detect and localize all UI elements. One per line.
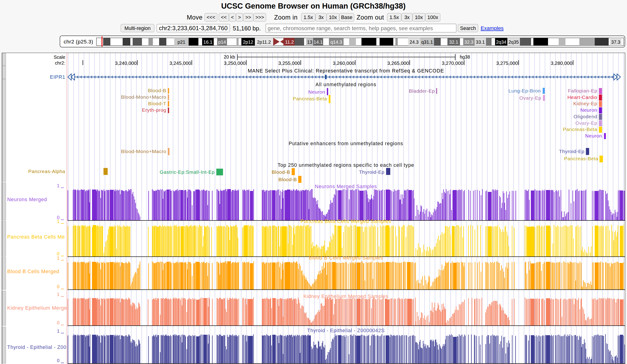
svg-text:Top 250 unmethylated regions s: Top 250 unmethylated regions specific to…: [278, 162, 414, 168]
svg-text:1.5x: 1.5x: [390, 15, 399, 20]
svg-text:Blood-B: Blood-B: [148, 88, 166, 93]
svg-text:>: >: [238, 15, 241, 20]
svg-text:3,260,000: 3,260,000: [333, 60, 355, 66]
svg-text:Lung-Ep-Bron: Lung-Ep-Bron: [509, 88, 541, 93]
svg-text:24.3: 24.3: [410, 40, 418, 45]
svg-text:3x: 3x: [318, 15, 324, 20]
svg-text:Neuron: Neuron: [585, 133, 602, 138]
svg-text:Thyroid-Ep: Thyroid-Ep: [559, 149, 584, 154]
svg-text:Neurons Merged: Neurons Merged: [7, 197, 47, 202]
svg-text:Search: Search: [460, 26, 476, 31]
svg-text:2p11.2: 2p11.2: [257, 40, 271, 45]
svg-text:Pancreas-Alpha: Pancreas-Alpha: [28, 169, 65, 174]
svg-text:Fallopian-Ep: Fallopian-Ep: [568, 88, 597, 93]
svg-text:Blood-B: Blood-B: [271, 169, 290, 175]
svg-text:q14.3: q14.3: [330, 40, 342, 45]
svg-text:0: 0: [57, 320, 59, 325]
svg-text:Kidney Epithelium Merge: Kidney Epithelium Merge: [7, 305, 67, 311]
svg-text:Ovary-Ep: Ovary-Ep: [520, 95, 541, 101]
svg-text:gene, chromosome range, search: gene, chromosome range, search terms, he…: [268, 25, 433, 31]
svg-text:11.2: 11.2: [285, 40, 294, 45]
svg-text:Base: Base: [341, 15, 352, 20]
svg-text:2q35: 2q35: [509, 40, 519, 45]
svg-text:Blood-Mono+Macro: Blood-Mono+Macro: [121, 149, 166, 154]
svg-text:MANE Select Plus Clinical: Rep: MANE Select Plus Clinical: Representativ…: [248, 68, 444, 74]
svg-text:Eryth-prog: Eryth-prog: [142, 107, 166, 113]
svg-text:EIPR1: EIPR1: [50, 74, 65, 80]
svg-text:p21: p21: [177, 40, 185, 45]
svg-text:Blood-T: Blood-T: [148, 101, 166, 106]
svg-text:10x: 10x: [415, 15, 423, 20]
svg-text:Examples: Examples: [481, 25, 504, 31]
svg-text:3,275,000: 3,275,000: [496, 60, 518, 66]
svg-text:<<: <<: [221, 15, 227, 20]
svg-text:p14: p14: [218, 40, 226, 45]
svg-text:3,245,000: 3,245,000: [169, 60, 191, 66]
svg-text:20 kb: 20 kb: [224, 54, 235, 59]
svg-text:chr2:: chr2:: [55, 60, 65, 65]
svg-text:3,255,000: 3,255,000: [278, 60, 300, 66]
svg-text:1: 1: [57, 183, 59, 188]
svg-text:1: 1: [57, 256, 59, 261]
svg-text:37.3: 37.3: [611, 40, 620, 45]
svg-text:1: 1: [57, 328, 59, 334]
svg-text:q31.1: q31.1: [421, 40, 433, 45]
svg-text:Blood-B: Blood-B: [278, 177, 297, 182]
svg-text:<<<: <<<: [207, 15, 215, 20]
svg-text:32.1: 32.1: [449, 40, 458, 45]
svg-text:1: 1: [57, 292, 59, 297]
svg-text:Pancreas-Beta: Pancreas-Beta: [564, 156, 598, 161]
svg-text:Pancreas Beta Cells Me: Pancreas Beta Cells Me: [7, 234, 65, 240]
svg-text:2p12: 2p12: [243, 40, 254, 45]
svg-text:2q34: 2q34: [496, 40, 506, 45]
svg-text:Neuron: Neuron: [308, 89, 325, 95]
svg-text:13: 13: [307, 40, 312, 45]
svg-text:All unmethylated regions: All unmethylated regions: [315, 82, 376, 87]
svg-text:32.3: 32.3: [464, 40, 473, 45]
svg-text:Scale: Scale: [54, 54, 65, 60]
svg-text:0: 0: [57, 358, 59, 363]
svg-text:14.1: 14.1: [314, 40, 323, 45]
svg-text:chr2 (p25.3): chr2 (p25.3): [64, 39, 93, 45]
svg-text:1.5x: 1.5x: [304, 15, 313, 20]
svg-text:Ovary-Ep: Ovary-Ep: [575, 120, 597, 126]
svg-text:3x: 3x: [405, 15, 410, 20]
svg-text:Neuron: Neuron: [580, 107, 597, 113]
svg-text:0: 0: [57, 284, 59, 289]
svg-text:Thyroid-Ep: Thyroid-Ep: [359, 169, 384, 175]
svg-text:Multi-region: Multi-region: [124, 26, 151, 31]
svg-text:Thyroid - Epithelial - Z000004: Thyroid - Epithelial - Z0000042S: [307, 328, 385, 333]
svg-text:10x: 10x: [329, 15, 337, 20]
svg-text:51,160 bp.: 51,160 bp.: [233, 25, 261, 32]
svg-text:Blood-Mono+Macro: Blood-Mono+Macro: [121, 94, 166, 100]
svg-text:Zoom in: Zoom in: [274, 14, 298, 21]
svg-text:16.1: 16.1: [204, 40, 212, 45]
svg-text:Zoom out: Zoom out: [357, 14, 384, 21]
svg-text:Pancreas-Beta: Pancreas-Beta: [563, 127, 597, 132]
svg-text:Kidney-Ep: Kidney-Ep: [573, 101, 597, 106]
svg-text:100x: 100x: [427, 15, 438, 20]
svg-text:Heart-Cardio: Heart-Cardio: [567, 95, 597, 100]
svg-text:>>>: >>>: [255, 15, 264, 20]
svg-text:Move: Move: [187, 14, 203, 21]
svg-text:hg38: hg38: [460, 54, 470, 59]
svg-text:Putative enhancers from unmeth: Putative enhancers from unmethylated reg…: [289, 141, 403, 146]
svg-text:>>: >>: [245, 15, 251, 20]
svg-text:Bladder-Ep: Bladder-Ep: [409, 88, 435, 94]
svg-text:<: <: [231, 15, 234, 20]
svg-text:3,250,000: 3,250,000: [224, 60, 246, 66]
svg-text:Kidney Epithelium Merged Sampl: Kidney Epithelium Merged Samples: [303, 294, 388, 299]
svg-text:Pancreas Beta Cells Merged Sam: Pancreas Beta Cells Merged Samples: [301, 219, 391, 224]
svg-text:Blood B Cells Merged: Blood B Cells Merged: [7, 269, 59, 274]
svg-text:Oligodend: Oligodend: [574, 114, 597, 119]
svg-text:33.1: 33.1: [476, 40, 485, 45]
svg-text:Neurons Merged Samples: Neurons Merged Samples: [315, 184, 377, 189]
svg-text:3,280,000: 3,280,000: [551, 60, 572, 66]
svg-text:3,265,000: 3,265,000: [387, 60, 409, 66]
svg-text:UCSC Genome Browser on Human (: UCSC Genome Browser on Human (GRCh38/hg3…: [221, 2, 406, 10]
svg-text:3,240,000: 3,240,000: [115, 60, 137, 66]
svg-text:Blood B Cells Merged Samples: Blood B Cells Merged Samples: [309, 255, 383, 261]
svg-text:3,270,000: 3,270,000: [442, 60, 463, 66]
svg-text:1: 1: [57, 219, 59, 224]
svg-text:Gastric-Ep:Small-Int-Ep: Gastric-Ep:Small-Int-Ep: [159, 169, 215, 175]
